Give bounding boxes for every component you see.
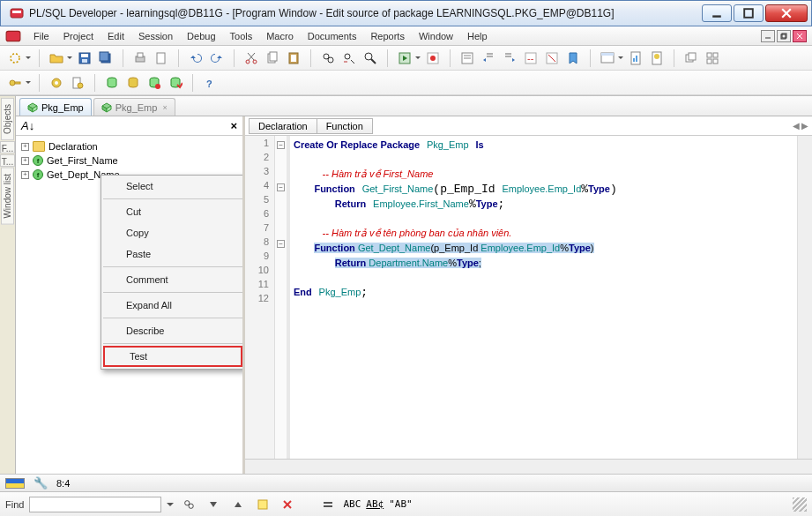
execute-button[interactable] <box>395 49 414 68</box>
find-button[interactable] <box>318 49 338 68</box>
browser-dropdown[interactable] <box>617 54 624 62</box>
expander-icon[interactable]: + <box>21 157 29 165</box>
bc-prev-icon[interactable]: ◀ <box>793 121 800 131</box>
find-case-icon[interactable]: ABC <box>343 498 361 510</box>
wrench-icon[interactable]: 🔧 <box>34 476 48 490</box>
findnext-button[interactable] <box>361 49 380 68</box>
menu-tools[interactable]: Tools <box>223 29 260 43</box>
comment-button[interactable]: -- <box>521 49 540 68</box>
ctx-describe[interactable]: Describe <box>101 320 242 341</box>
bc-next-icon[interactable]: ▶ <box>801 121 808 131</box>
menu-file[interactable]: File <box>26 29 56 43</box>
db-red-button[interactable] <box>145 73 164 93</box>
side-tab-t[interactable]: T... <box>0 154 15 167</box>
open-dropdown[interactable] <box>66 54 73 62</box>
explain-button[interactable] <box>458 49 477 68</box>
find-up-icon[interactable] <box>228 495 248 514</box>
vertical-scrollbar[interactable] <box>797 136 812 459</box>
fold-marker[interactable]: − <box>277 240 285 248</box>
report-button[interactable] <box>626 49 645 68</box>
menu-help[interactable]: Help <box>460 29 495 43</box>
maximize-button[interactable] <box>734 4 764 22</box>
fold-marker[interactable]: − <box>277 183 285 191</box>
find-word-icon[interactable]: AB¢ <box>366 498 384 510</box>
open-button[interactable] <box>47 49 66 68</box>
menu-macro[interactable]: Macro <box>259 29 301 43</box>
ctx-paste[interactable]: Paste <box>101 243 242 265</box>
ctx-select[interactable]: Select <box>101 176 242 197</box>
tree-node-declaration[interactable]: + Declaration <box>18 139 241 153</box>
save-button[interactable] <box>75 49 94 68</box>
mdi-close-button[interactable] <box>793 30 807 42</box>
find-close-icon[interactable] <box>278 495 297 514</box>
gear-button[interactable] <box>47 73 66 93</box>
replace-button[interactable] <box>339 49 359 68</box>
bookmark-button[interactable] <box>563 49 583 68</box>
copy-button[interactable] <box>263 49 282 68</box>
code-editor[interactable]: Create Or Replace Package Pkg_Emp Is -- … <box>290 136 797 459</box>
ctx-cut[interactable]: Cut <box>101 201 242 222</box>
menu-debug[interactable]: Debug <box>180 29 222 43</box>
db-sql-button[interactable] <box>123 73 143 93</box>
size-grip[interactable] <box>793 497 807 512</box>
close-button[interactable] <box>765 4 808 22</box>
side-tab-f[interactable]: F... <box>0 141 15 153</box>
undo-button[interactable] <box>186 49 205 68</box>
expander-icon[interactable]: + <box>21 143 29 151</box>
expander-icon[interactable]: + <box>21 171 29 179</box>
horizontal-scrollbar[interactable] <box>245 459 812 474</box>
find-dropdown-icon[interactable] <box>167 503 174 510</box>
find-down-icon[interactable] <box>204 495 223 514</box>
ctx-comment[interactable]: Comment <box>101 269 242 290</box>
tab-pkg-emp-active[interactable]: Pkg_Emp <box>19 98 92 116</box>
side-tab-windowlist[interactable]: Window list <box>1 168 14 225</box>
mdi-restore-button[interactable] <box>777 30 791 42</box>
minimize-button[interactable] <box>702 4 732 22</box>
browser-button[interactable] <box>598 49 617 68</box>
find-highlight-icon[interactable] <box>253 495 272 514</box>
gear-doc-button[interactable] <box>68 73 87 93</box>
break-button[interactable] <box>423 49 443 68</box>
find-input[interactable] <box>29 497 161 512</box>
menu-documents[interactable]: Documents <box>301 29 364 43</box>
side-tab-objects[interactable]: Objects <box>1 98 14 140</box>
saveall-button[interactable] <box>96 49 115 68</box>
print-button[interactable] <box>130 49 150 68</box>
ctx-test[interactable]: Test <box>103 346 242 367</box>
ctx-copy[interactable]: Copy <box>101 222 242 243</box>
indent-right-button[interactable] <box>500 49 519 68</box>
fold-marker[interactable]: − <box>277 141 285 149</box>
tab-pkg-emp-inactive[interactable]: Pkg_Emp × <box>93 98 175 116</box>
menu-reports[interactable]: Reports <box>363 29 412 43</box>
paste-button[interactable] <box>284 49 303 68</box>
new-dropdown[interactable] <box>25 54 32 62</box>
bc-function[interactable]: Function <box>317 118 373 134</box>
tree-body[interactable]: + Declaration + f Get_First_Name + f Get… <box>16 136 242 474</box>
new-button[interactable] <box>5 49 25 68</box>
sort-icon[interactable]: A↓ <box>21 119 34 132</box>
db-commit-button[interactable] <box>166 73 185 93</box>
report2-button[interactable] <box>647 49 667 68</box>
menu-window[interactable]: Window <box>412 29 460 43</box>
tab-close-icon[interactable]: × <box>162 103 167 112</box>
uncomment-button[interactable] <box>542 49 562 68</box>
menu-session[interactable]: Session <box>131 29 180 43</box>
ctx-expand-all[interactable]: Expand All <box>101 295 242 316</box>
new-doc-button[interactable] <box>152 49 171 68</box>
indent-left-button[interactable] <box>479 49 498 68</box>
key-button[interactable] <box>5 73 25 93</box>
menu-edit[interactable]: Edit <box>101 29 131 43</box>
db-green-button[interactable] <box>102 73 122 93</box>
cascade-button[interactable] <box>682 49 701 68</box>
execute-dropdown[interactable] <box>414 54 421 62</box>
find-search-icon[interactable] <box>179 495 198 514</box>
find-opt1-icon[interactable] <box>318 495 338 514</box>
menu-project[interactable]: Project <box>56 29 101 43</box>
cut-button[interactable] <box>242 49 261 68</box>
tile-button[interactable] <box>703 49 722 68</box>
redo-button[interactable] <box>207 49 227 68</box>
help-button[interactable]: ? <box>200 73 220 93</box>
tree-close-icon[interactable]: × <box>230 119 237 132</box>
tree-node-get-first-name[interactable]: + f Get_First_Name <box>18 153 241 168</box>
bc-declaration[interactable]: Declaration <box>249 118 317 134</box>
